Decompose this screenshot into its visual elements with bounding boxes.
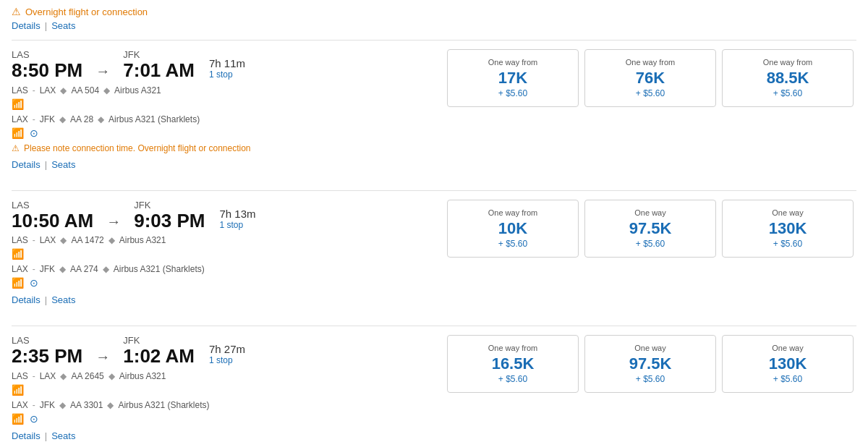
origin-time-2: 2:35 PM <box>12 346 82 367</box>
price-label-2-2: One way <box>772 344 803 352</box>
details-link-2[interactable]: Details <box>12 430 41 441</box>
seg1-to-0: LAX <box>40 85 56 95</box>
price-card-2-2[interactable]: One way 130K + $5.60 <box>722 335 854 393</box>
route-row-2: LAS 2:35 PM → JFK 1:02 AM 7h 27m 1 stop <box>12 335 315 367</box>
flight-links-row-2: Details | Seats <box>12 430 315 441</box>
seg1-info-1: LAS - LAX ◆ AA 1472 ◆ Airbus A321 <box>12 235 315 245</box>
dest-time-2: 1:02 AM <box>123 346 195 367</box>
price-cards-0: One way from 17K + $5.60 One way from 76… <box>444 49 856 107</box>
origin-code-2: LAS <box>12 335 82 346</box>
price-fee-2-0: + $5.60 <box>498 374 527 384</box>
seg1-to-2: LAX <box>40 371 56 381</box>
price-fee-2-1: + $5.60 <box>636 374 665 384</box>
dest-code-2: JFK <box>123 335 195 346</box>
flight-main-row-0: LAS 8:50 PM → JFK 7:01 AM 7h 11m 1 stop <box>12 49 856 179</box>
duration-0: 7h 11m <box>209 57 245 69</box>
seg2-icons-1: 📶 ⊙ <box>12 277 315 289</box>
price-card-1-2[interactable]: One way 130K + $5.60 <box>722 200 854 258</box>
seg2-flight-0: AA 28 <box>70 114 93 124</box>
seg1-aircraft-2: Airbus A321 <box>119 371 166 381</box>
price-fee-0-2: + $5.60 <box>773 88 802 98</box>
price-value-0-2: 88.5K <box>767 69 809 87</box>
price-card-0-2[interactable]: One way from 88.5K + $5.60 <box>722 49 854 107</box>
seg2-from-1: LAX <box>12 264 28 274</box>
price-fee-0-0: + $5.60 <box>498 88 527 98</box>
price-card-1-1[interactable]: One way 97.5K + $5.60 <box>584 200 716 258</box>
top-warning-row: ⚠ Overnight flight or connection <box>12 6 856 17</box>
seg2-to-0: JFK <box>40 114 55 124</box>
duration-1: 7h 13m <box>219 208 255 220</box>
seg1-icons-0: 📶 <box>12 98 315 110</box>
price-cards-2: One way from 16.5K + $5.60 One way 97.5K… <box>444 335 856 393</box>
price-card-0-1[interactable]: One way from 76K + $5.60 <box>584 49 716 107</box>
wifi-icon-0-1: 📶 <box>12 127 24 139</box>
details-link-0[interactable]: Details <box>12 159 41 170</box>
seg1-info-2: LAS - LAX ◆ AA 2645 ◆ Airbus A321 <box>12 371 315 381</box>
seg1-flight-0: AA 504 <box>71 85 99 95</box>
note-text-0: Please note connection time. Overnight f… <box>24 143 251 153</box>
seg1-flight-2: AA 2645 <box>71 371 103 381</box>
route-row-0: LAS 8:50 PM → JFK 7:01 AM 7h 11m 1 stop <box>12 49 315 81</box>
price-value-2-1: 97.5K <box>629 355 672 373</box>
warning-icon: ⚠ <box>12 6 21 17</box>
price-card-0-0[interactable]: One way from 17K + $5.60 <box>447 49 579 107</box>
price-value-1-0: 10K <box>498 220 527 237</box>
usb-icon-2-1: ⊙ <box>30 413 38 425</box>
price-label-0-0: One way from <box>488 58 537 67</box>
origin-code-0: LAS <box>12 49 82 60</box>
duration-col-2: 7h 27m 1 stop <box>209 336 245 365</box>
seg2-to-1: JFK <box>40 264 55 274</box>
top-details-link[interactable]: Details <box>12 20 41 31</box>
flight-info-1: LAS 10:50 AM → JFK 9:03 PM 7h 13m 1 stop <box>12 200 315 315</box>
price-label-1-2: One way <box>772 208 803 217</box>
top-seats-link[interactable]: Seats <box>51 20 75 31</box>
dest-time-1: 9:03 PM <box>134 211 205 231</box>
wifi-icon-2-1: 📶 <box>12 413 24 425</box>
top-warning-text: Overnight flight or connection <box>25 7 148 17</box>
price-value-1-2: 130K <box>769 220 807 237</box>
price-card-1-0[interactable]: One way from 10K + $5.60 <box>447 200 579 258</box>
seg2-aircraft-0: Airbus A321 (Sharklets) <box>109 114 200 124</box>
top-links-row: Details | Seats <box>12 20 856 31</box>
flight-links-row-1: Details | Seats <box>12 294 315 305</box>
price-label-1-1: One way <box>634 208 665 217</box>
seats-link-0[interactable]: Seats <box>51 159 75 170</box>
page-wrapper: ⚠ Overnight flight or connection Details… <box>0 0 868 442</box>
details-link-1[interactable]: Details <box>12 294 41 305</box>
wifi-icon-1-0: 📶 <box>12 248 24 260</box>
price-fee-2-2: + $5.60 <box>773 374 802 384</box>
wifi-icon-1-1: 📶 <box>12 277 24 289</box>
price-label-1-0: One way from <box>488 208 537 217</box>
seats-link-2[interactable]: Seats <box>51 430 75 441</box>
price-fee-1-1: + $5.60 <box>636 239 665 249</box>
seg2-flight-2: AA 3301 <box>70 400 103 410</box>
arrow-icon-0: → <box>95 63 110 80</box>
flight-info-2: LAS 2:35 PM → JFK 1:02 AM 7h 27m 1 stop <box>12 335 315 442</box>
dest-code-0: JFK <box>123 49 195 60</box>
origin-time-0: 8:50 PM <box>12 60 82 81</box>
stops-0: 1 stop <box>209 69 245 80</box>
route-row-1: LAS 10:50 AM → JFK 9:03 PM 7h 13m 1 stop <box>12 200 315 231</box>
price-value-1-1: 97.5K <box>629 220 672 237</box>
duration-2: 7h 27m <box>209 343 245 355</box>
price-card-2-1[interactable]: One way 97.5K + $5.60 <box>584 335 716 393</box>
origin-col-2: LAS 2:35 PM <box>12 335 82 367</box>
arrow-icon-1: → <box>106 213 121 230</box>
arrow-col-2: → <box>95 336 110 365</box>
flight-main-row-1: LAS 10:50 AM → JFK 9:03 PM 7h 13m 1 stop <box>12 200 856 315</box>
price-cards-1: One way from 10K + $5.60 One way 97.5K +… <box>444 200 856 258</box>
price-fee-1-2: + $5.60 <box>773 239 802 249</box>
seg2-info-2: LAX - JFK ◆ AA 3301 ◆ Airbus A321 (Shark… <box>12 400 315 410</box>
price-label-2-0: One way from <box>488 344 537 352</box>
flights-container: LAS 8:50 PM → JFK 7:01 AM 7h 11m 1 stop <box>12 40 856 442</box>
arrow-col-1: → <box>106 200 121 230</box>
price-card-2-0[interactable]: One way from 16.5K + $5.60 <box>447 335 579 393</box>
origin-time-1: 10:50 AM <box>12 211 93 231</box>
seg2-from-2: LAX <box>12 400 28 410</box>
seats-link-1[interactable]: Seats <box>51 294 75 305</box>
arrow-col-0: → <box>95 50 110 80</box>
usb-icon-1-1: ⊙ <box>30 277 38 289</box>
dest-time-0: 7:01 AM <box>123 60 195 81</box>
seg2-aircraft-1: Airbus A321 (Sharklets) <box>114 264 205 274</box>
seg2-from-0: LAX <box>12 114 28 124</box>
